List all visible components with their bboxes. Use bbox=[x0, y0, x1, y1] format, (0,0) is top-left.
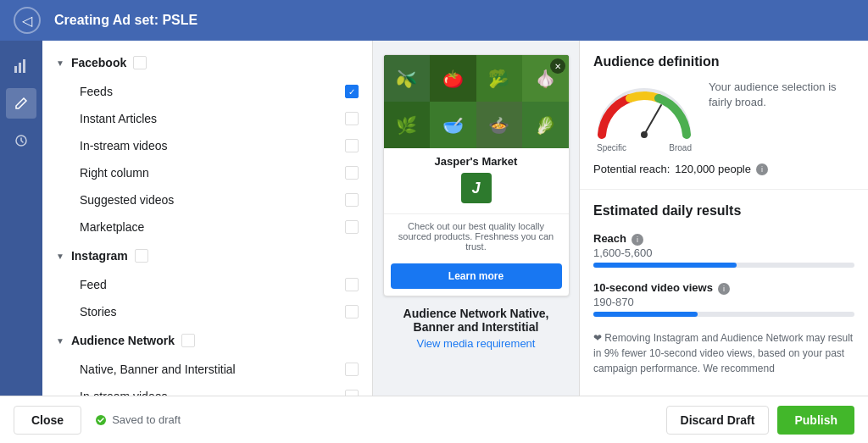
facebook-checkbox[interactable] bbox=[133, 56, 147, 69]
estimated-results-title: Estimated daily results bbox=[593, 203, 854, 219]
preview-card-header: 🫒 🍅 🥦 🧄 🌿 🥣 🍲 🥬 ✕ bbox=[384, 55, 569, 148]
middle-panel: 🫒 🍅 🥦 🧄 🌿 🥣 🍲 🥬 ✕ Jasper's Marke bbox=[373, 41, 580, 396]
an-instream-label: In-stream videos bbox=[80, 390, 337, 396]
instagram-checkbox[interactable] bbox=[135, 249, 148, 263]
food-item-5: 🌿 bbox=[384, 102, 431, 148]
instant-checkbox[interactable] bbox=[345, 112, 359, 125]
instagram-label: Instagram bbox=[71, 249, 128, 263]
preview-close-button[interactable]: ✕ bbox=[550, 58, 565, 74]
preview-brand: Jasper's Market J bbox=[384, 148, 569, 214]
brand-logo: J bbox=[461, 173, 492, 203]
audience-definition-section: Audience definition bbox=[580, 41, 868, 190]
video-views-metric: 10-second video views i 190-870 bbox=[593, 281, 854, 317]
svg-rect-1 bbox=[19, 63, 21, 73]
placement-item-instant: Instant Articles bbox=[42, 105, 372, 132]
placement-item-feeds: Feeds ✓ bbox=[42, 78, 372, 105]
native-checkbox[interactable] bbox=[345, 363, 359, 376]
icon-sidebar bbox=[0, 41, 42, 396]
audience-network-checkbox[interactable] bbox=[181, 334, 195, 347]
view-media-link[interactable]: View media requirement bbox=[387, 337, 565, 350]
marketplace-label: Marketplace bbox=[80, 220, 337, 234]
specific-label: Specific bbox=[597, 143, 626, 152]
food-item-3: 🥦 bbox=[476, 55, 523, 102]
svg-rect-2 bbox=[23, 59, 25, 73]
audience-network-header[interactable]: ▼ Audience Network bbox=[42, 325, 372, 356]
food-item-2: 🍅 bbox=[430, 55, 476, 102]
placement-item-suggested: Suggested videos bbox=[42, 186, 372, 213]
history-icon[interactable] bbox=[6, 125, 36, 156]
placement-item-marketplace: Marketplace bbox=[42, 213, 372, 241]
video-views-metric-label: 10-second video views bbox=[593, 281, 713, 294]
rightcol-label: Right column bbox=[80, 166, 337, 180]
facebook-section: ▼ Facebook Feeds ✓ Instant Articles In-s… bbox=[42, 47, 372, 241]
saved-label: Saved to draft bbox=[112, 413, 181, 426]
food-item-8: 🥬 bbox=[522, 102, 569, 148]
analytics-icon[interactable] bbox=[6, 51, 36, 81]
reach-metric: Reach i 1,600-5,600 bbox=[593, 232, 854, 268]
main-container: ▼ Facebook Feeds ✓ Instant Articles In-s… bbox=[0, 41, 868, 396]
igstories-checkbox[interactable] bbox=[345, 305, 359, 318]
facebook-header[interactable]: ▼ Facebook bbox=[42, 47, 372, 78]
facebook-label: Facebook bbox=[71, 56, 126, 69]
instagram-header[interactable]: ▼ Instagram bbox=[42, 241, 372, 271]
right-panel: Audience definition bbox=[580, 41, 868, 396]
igfeed-checkbox[interactable] bbox=[345, 278, 359, 291]
preview-image: 🫒 🍅 🥦 🧄 🌿 🥣 🍲 🥬 bbox=[384, 55, 569, 148]
warning-text: ❤ Removing Instagram and Audience Networ… bbox=[593, 330, 854, 376]
audience-desc: Your audience selection is fairly broad. bbox=[709, 80, 854, 110]
placement-item-rightcol: Right column bbox=[42, 159, 372, 186]
audience-network-section: ▼ Audience Network Native, Banner and In… bbox=[42, 325, 372, 396]
preview-info-title: Audience Network Native, Banner and Inte… bbox=[387, 307, 565, 334]
chevron-down-icon: ▼ bbox=[56, 58, 64, 68]
instream-label: In-stream videos bbox=[80, 139, 337, 152]
suggested-label: Suggested videos bbox=[80, 193, 337, 207]
bottom-bar: Close Saved to draft Discard Draft Publi… bbox=[0, 396, 868, 443]
placement-item-igstories: Stories bbox=[42, 298, 372, 325]
instream-checkbox[interactable] bbox=[345, 139, 359, 152]
feeds-label: Feeds bbox=[80, 85, 337, 98]
chevron-down-icon-an: ▼ bbox=[56, 336, 64, 346]
close-button[interactable]: Close bbox=[14, 406, 81, 435]
learn-more-button[interactable]: Learn more bbox=[391, 263, 562, 289]
edit-icon[interactable] bbox=[6, 88, 36, 119]
reach-metric-label: Reach bbox=[593, 232, 626, 245]
video-views-metric-bar bbox=[593, 312, 698, 317]
audience-definition-title: Audience definition bbox=[593, 54, 854, 69]
check-icon bbox=[95, 414, 107, 426]
estimated-results-section: Estimated daily results Reach i 1,600-5,… bbox=[580, 190, 868, 390]
food-item-6: 🥣 bbox=[430, 102, 476, 148]
gauge-labels: Specific Broad bbox=[593, 143, 695, 152]
potential-reach-value: 120,000 people bbox=[675, 163, 751, 175]
video-views-metric-info-icon[interactable]: i bbox=[718, 283, 730, 295]
chevron-down-icon-ig: ▼ bbox=[56, 252, 64, 261]
content-area: ▼ Facebook Feeds ✓ Instant Articles In-s… bbox=[42, 41, 868, 396]
brand-name: Jasper's Market bbox=[391, 155, 562, 168]
discard-draft-button[interactable]: Discard Draft bbox=[666, 406, 770, 435]
suggested-checkbox[interactable] bbox=[345, 193, 359, 207]
video-views-metric-bar-bg bbox=[593, 312, 854, 317]
page-title: Creating Ad set: PSLE bbox=[54, 13, 198, 28]
reach-metric-bar bbox=[593, 263, 737, 268]
feeds-checkbox[interactable]: ✓ bbox=[345, 85, 359, 98]
rightcol-checkbox[interactable] bbox=[345, 166, 359, 180]
publish-button[interactable]: Publish bbox=[777, 406, 854, 435]
saved-status: Saved to draft bbox=[95, 413, 181, 426]
preview-info: Audience Network Native, Banner and Inte… bbox=[387, 307, 565, 350]
an-instream-checkbox[interactable] bbox=[345, 390, 359, 396]
gauge: Specific Broad bbox=[593, 80, 695, 152]
audience-network-label: Audience Network bbox=[71, 334, 175, 347]
marketplace-checkbox[interactable] bbox=[345, 220, 359, 234]
placement-item-igfeed: Feed bbox=[42, 271, 372, 298]
placement-item-an-instream: In-stream videos bbox=[42, 383, 372, 396]
gauge-container: Specific Broad Your audience selection i… bbox=[593, 80, 854, 152]
left-panel: ▼ Facebook Feeds ✓ Instant Articles In-s… bbox=[42, 41, 373, 396]
instagram-section: ▼ Instagram Feed Stories bbox=[42, 241, 372, 325]
reach-metric-row: Reach i bbox=[593, 232, 854, 246]
potential-reach-label: Potential reach: bbox=[593, 163, 670, 175]
svg-rect-0 bbox=[14, 66, 17, 73]
svg-point-5 bbox=[641, 131, 648, 138]
back-button[interactable]: ◁ bbox=[14, 7, 41, 34]
reach-info-icon[interactable]: i bbox=[756, 163, 768, 175]
reach-metric-info-icon[interactable]: i bbox=[632, 234, 643, 246]
right-actions: Discard Draft Publish bbox=[666, 406, 854, 435]
